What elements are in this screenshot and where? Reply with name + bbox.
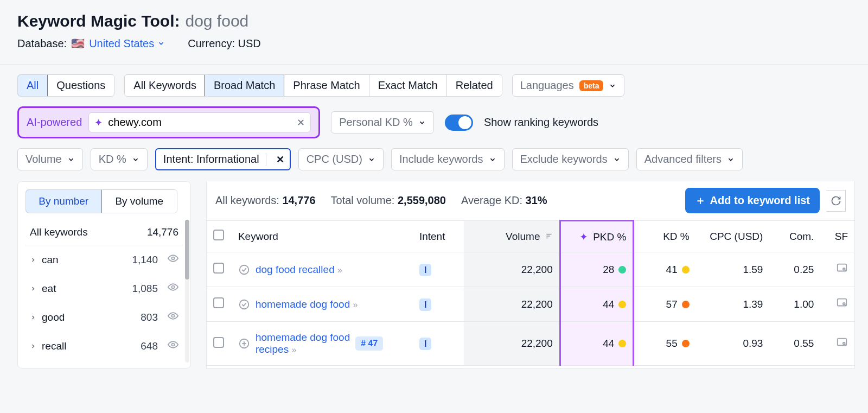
chevron-right-icon [30, 312, 36, 323]
tab-phrase-match[interactable]: Phrase Match [284, 75, 368, 96]
intent-badge: I [419, 338, 431, 350]
col-com[interactable]: Com. [769, 221, 820, 252]
results-panel: All keywords: 14,776 Total volume: 2,559… [206, 181, 855, 368]
filter-kd[interactable]: KD % [91, 148, 148, 170]
col-volume-label: Volume [506, 231, 540, 242]
chevron-down-icon [418, 119, 426, 126]
svg-rect-4 [546, 233, 551, 234]
sidebar-scrollbar[interactable] [185, 220, 189, 363]
pkd-cell: 28 [603, 264, 626, 276]
volume-cell: 22,200 [464, 322, 560, 366]
eye-icon[interactable] [168, 339, 178, 353]
stat-vol-label: Total volume: [331, 194, 395, 206]
filter-include-label: Include keywords [399, 153, 483, 166]
stat-allkw-label: All keywords: [215, 194, 279, 206]
eye-icon[interactable] [168, 253, 178, 266]
sparkle-icon: ✦ [94, 117, 103, 129]
chevron-down-icon [489, 156, 496, 163]
col-volume[interactable]: Volume [464, 221, 560, 252]
filter-include[interactable]: Include keywords [391, 148, 505, 170]
languages-label: Languages [520, 79, 574, 92]
serp-cell[interactable] [820, 322, 854, 366]
rank-badge: # 47 [355, 336, 383, 351]
sidebar-all-keywords[interactable]: All keywords 14,776 [25, 219, 183, 245]
refresh-button[interactable] [826, 190, 846, 212]
difficulty-dot-icon [618, 266, 626, 274]
stat-kd-value: 31% [526, 194, 547, 206]
tab-all-keywords[interactable]: All Keywords [125, 75, 205, 96]
sidebar-group-label: good [42, 312, 135, 323]
svg-line-14 [845, 305, 846, 306]
tab-broad-match[interactable]: Broad Match [205, 74, 284, 97]
sidebar-group-item[interactable]: good 803 [25, 303, 183, 332]
eye-icon[interactable] [168, 282, 178, 295]
col-sf[interactable]: SF [820, 221, 854, 252]
add-to-list-button[interactable]: ＋ Add to keyword list [685, 188, 820, 213]
sidebar-group-item[interactable]: can 1,140 [25, 245, 183, 274]
sidebar-sort-number[interactable]: By number [25, 189, 102, 213]
filter-intent[interactable]: Intent: Informational ✕ [155, 148, 291, 170]
filter-cpc[interactable]: CPC (USD) [298, 148, 384, 170]
sidebar-group-count: 648 [141, 340, 158, 352]
tab-exact-match[interactable]: Exact Match [369, 75, 446, 96]
serp-cell[interactable] [820, 252, 854, 287]
keyword-link[interactable]: homemade dog food » [256, 298, 358, 310]
col-pkd[interactable]: ✦ PKD % [560, 221, 634, 252]
col-keyword[interactable]: Keyword [232, 221, 413, 252]
keyword-link[interactable]: homemade dog foodrecipes » [256, 332, 350, 355]
keyword-groups-sidebar: By number By volume All keywords 14,776 … [17, 181, 191, 368]
col-cpc[interactable]: CPC (USD) [696, 221, 770, 252]
sort-desc-icon [545, 233, 553, 242]
volume-cell: 22,200 [464, 252, 560, 287]
keyword-link[interactable]: dog food recalled » [256, 264, 342, 276]
sidebar-sort-volume[interactable]: By volume [101, 190, 177, 213]
cpc-cell: 0.93 [696, 322, 770, 366]
intent-badge: I [419, 264, 431, 276]
col-intent[interactable]: Intent [413, 221, 464, 252]
difficulty-dot-icon [682, 301, 690, 308]
serp-cell[interactable] [820, 287, 854, 322]
svg-point-9 [843, 268, 845, 270]
sidebar-group-count: 1,140 [132, 254, 158, 266]
clear-intent-button[interactable]: ✕ [273, 154, 288, 166]
filter-advanced[interactable]: Advanced filters [636, 148, 743, 170]
eye-icon[interactable] [168, 310, 178, 324]
chevron-down-icon [613, 156, 621, 163]
domain-input[interactable] [108, 116, 291, 129]
row-checkbox[interactable] [213, 297, 224, 308]
show-ranking-toggle[interactable] [445, 115, 473, 131]
chevron-down-icon [609, 82, 616, 90]
stat-kd-label: Average KD: [461, 194, 522, 206]
intent-badge: I [419, 298, 431, 311]
sidebar-group-item[interactable]: eat 1,085 [25, 274, 183, 303]
tab-all[interactable]: All [17, 74, 48, 97]
filter-exclude[interactable]: Exclude keywords [512, 148, 629, 170]
col-pkd-label: PKD % [593, 231, 626, 243]
row-checkbox[interactable] [213, 263, 224, 274]
filter-volume[interactable]: Volume [17, 148, 83, 170]
add-to-list-label: Add to keyword list [710, 194, 810, 207]
expand-icon: » [291, 345, 296, 354]
stat-allkw-value: 14,776 [282, 194, 315, 206]
clear-domain-button[interactable]: ✕ [297, 117, 305, 129]
col-kd[interactable]: KD % [634, 221, 696, 252]
chevron-down-icon [727, 156, 735, 163]
tab-questions[interactable]: Questions [47, 75, 114, 96]
svg-line-10 [845, 270, 846, 271]
com-cell: 1.00 [769, 287, 820, 322]
row-checkbox[interactable] [213, 337, 224, 348]
plus-circle-icon [238, 338, 250, 350]
page-title: Keyword Magic Tool: [17, 12, 180, 30]
select-all-checkbox[interactable] [213, 230, 224, 240]
database-selector[interactable]: United States [89, 37, 165, 50]
questions-segment: All Questions [17, 74, 114, 97]
currency-value: USD [238, 37, 261, 49]
languages-dropdown[interactable]: Languages beta [512, 74, 625, 97]
sidebar-group-item[interactable]: recall 648 [25, 332, 183, 360]
personal-kd-dropdown[interactable]: Personal KD % [331, 111, 434, 134]
kd-cell: 41 [666, 264, 690, 276]
tab-related[interactable]: Related [446, 75, 502, 96]
filter-kd-label: KD % [99, 153, 126, 166]
check-circle-icon [238, 298, 250, 310]
serp-icon [836, 262, 848, 274]
